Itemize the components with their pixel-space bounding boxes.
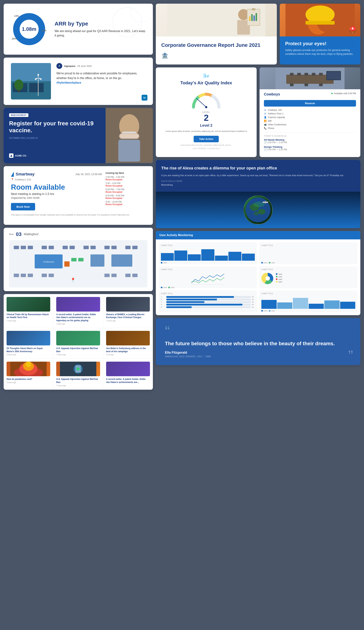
alexa-image	[156, 192, 360, 228]
sched-time-2: 🕑 2:00 PM — 2:30 PM	[264, 148, 356, 151]
detail-video: 📹 Video Conferences	[264, 123, 356, 126]
vaccine-card: BEECHCREST Register for your free covid-…	[4, 108, 153, 163]
svg-rect-83	[319, 73, 323, 76]
quote-subtitle: AMERICAN JAZZ SINGER | 1917 - 1996	[165, 355, 351, 358]
news-card: Clinical Trials Hit by Ransomware Attack…	[4, 294, 153, 390]
take-action-button[interactable]: Take Action	[194, 136, 219, 142]
sched-name-1: All Hands Meeting	[264, 138, 356, 141]
svg-rect-86	[319, 84, 323, 86]
chart-4: Chart Title Label Label Label	[259, 266, 358, 288]
svg-rect-28	[69, 246, 75, 249]
arr-title: ARR by Type	[55, 20, 146, 27]
svg-rect-30	[90, 246, 96, 249]
news-title-4: 25 Thoughts About Mario on Super Mario's…	[6, 347, 50, 353]
news-item-4[interactable]: 25 Thoughts About Mario on Super Mario's…	[4, 328, 53, 359]
svg-rect-67	[251, 14, 253, 21]
news-time-1: 7 hours ago	[6, 320, 50, 322]
h-bar-chart: A 80 B 60 C 45	[161, 296, 255, 308]
news-item-9[interactable]: A record-setter. A patent holder. Eddie …	[103, 359, 153, 390]
coming-up-label: Coming Up Next	[106, 172, 146, 174]
chart-title-6: Chart Title	[261, 292, 355, 294]
appspace-card: A Appspace · 29 June 2020 We're proud to…	[4, 58, 153, 105]
detail-wifi: 📶 Wifi	[264, 120, 356, 122]
quote-mark-open: “	[165, 326, 351, 337]
smartway-triangle-icon	[11, 172, 14, 177]
news-time-2: 2 days ago	[56, 323, 100, 325]
news-time-3: 7 hours ago	[106, 320, 150, 322]
news-time-7: 3 hours ago	[6, 382, 50, 384]
news-title-1: Clinical Trials Hit by Ransomware Attack…	[6, 313, 50, 319]
svg-rect-74	[305, 21, 335, 24]
arr-card: 1.08m 14% 20% 64% ARR by Type We are doi…	[4, 4, 153, 55]
smartway-location: 📍 Cowboys | 3.01	[11, 178, 102, 181]
arr-center-value: 1.08m	[22, 26, 36, 32]
svg-rect-29	[83, 246, 89, 249]
news-item-6[interactable]: Joe Biden's Gettysburg address is the be…	[103, 328, 153, 359]
reserve-button[interactable]: Reserve	[264, 100, 356, 106]
news-thumb-2	[56, 297, 100, 312]
safety-content: Protect your eyes! Safety glasses provid…	[280, 36, 360, 60]
room-details: ⊟ Cowboys, 103 ⊟ Ashford, Floor 1 👤 5 pe…	[264, 109, 356, 130]
legend-item-2b: Label	[269, 262, 275, 264]
svg-point-60	[77, 368, 79, 370]
news-thumb-5	[56, 331, 100, 346]
svg-rect-68	[253, 16, 255, 21]
svg-point-89	[246, 198, 271, 222]
acme-icon	[9, 154, 13, 158]
svg-point-56	[26, 362, 31, 367]
news-thumb-6	[106, 331, 150, 346]
svg-rect-23	[21, 246, 26, 249]
bar-chart-6	[261, 296, 355, 309]
svg-rect-88	[327, 72, 340, 80]
alexa-content: The rise of Alexa creates a dilemma for …	[156, 160, 360, 192]
svg-rect-22	[14, 246, 19, 249]
air-quality-title: Today's Air Quality Index	[180, 80, 232, 86]
news-item-2[interactable]: A record-setter. A patent holder. Eddie …	[53, 294, 103, 328]
line-chart	[161, 272, 255, 285]
bar-1-4	[201, 249, 214, 261]
appspace-hashtag: #hybridworkplace	[56, 81, 81, 84]
svg-rect-41	[111, 254, 132, 266]
arr-label-14: 14%	[14, 14, 19, 17]
smartway-card: Coming Up Next 2:30 PM – 3:30 PM Room Oc…	[4, 166, 153, 225]
svg-point-13	[14, 80, 23, 90]
right-column: Corporate Governance Report June 2021 🏦	[156, 4, 360, 390]
chart-title-3: Chart Title	[161, 268, 255, 270]
pie-chart	[261, 272, 274, 285]
svg-rect-80	[297, 73, 301, 76]
chart-3-legend: Label Label	[161, 286, 255, 288]
left-column: 1.08m 14% 20% 64% ARR by Type We are doi…	[4, 4, 153, 390]
schedule-item-3: 6:00 PM – 7:00 PM Room Occupied	[106, 188, 146, 193]
svg-rect-38	[78, 258, 83, 261]
book-now-button[interactable]: Book Now	[11, 203, 35, 210]
svg-line-75	[197, 98, 206, 107]
detail-floor: ⊟ Ashford, Floor 1	[264, 112, 356, 115]
svg-rect-37	[71, 258, 77, 261]
pie-legend: Label Label Label Label	[276, 273, 282, 284]
news-title-3: Owners of BitMEX, a Leading Bitcoin Exch…	[106, 313, 150, 319]
vaccine-title: Register for your free covid-19 vaccine.	[9, 120, 100, 134]
news-item-7[interactable]: How do pandemics end? 3 hours ago	[4, 359, 53, 390]
svg-rect-26	[49, 246, 54, 249]
news-item-8[interactable]: U.S. Appeals Injunction Against WeChat B…	[53, 359, 103, 390]
svg-rect-95	[265, 201, 266, 204]
appspace-header: A Appspace · 29 June 2020	[56, 63, 146, 69]
schedule-item-2: 3:30 – 4:30 PM Room Occupied	[106, 182, 146, 187]
news-time-8: 7 hours ago	[56, 384, 100, 386]
h-bar-1: A 80	[161, 296, 255, 298]
activity-header: User Activity Monitoring	[156, 231, 360, 240]
news-item-3[interactable]: Owners of BitMEX, a Leading Bitcoin Exch…	[103, 294, 153, 328]
svg-point-98	[266, 276, 270, 280]
svg-point-91	[258, 209, 265, 214]
bar-1-5	[215, 256, 228, 261]
svg-marker-14	[10, 154, 12, 157]
news-item-5[interactable]: U.S. Appeals Injunction Against WeChat B…	[53, 328, 103, 359]
safety-text: Safety glasses provide eye protection fo…	[285, 48, 355, 56]
smartway-brand: Smartway	[11, 172, 34, 177]
news-title-7: How do pandemics end?	[6, 378, 50, 381]
linkedin-icon[interactable]: in	[142, 95, 147, 100]
smartway-disclaimer: This space is not bookable from Google C…	[11, 213, 146, 216]
news-item-1[interactable]: Clinical Trials Hit by Ransomware Attack…	[4, 294, 53, 328]
svg-rect-21	[118, 140, 140, 162]
smartway-date: July 18, 2021 12:00 AM	[75, 173, 102, 176]
